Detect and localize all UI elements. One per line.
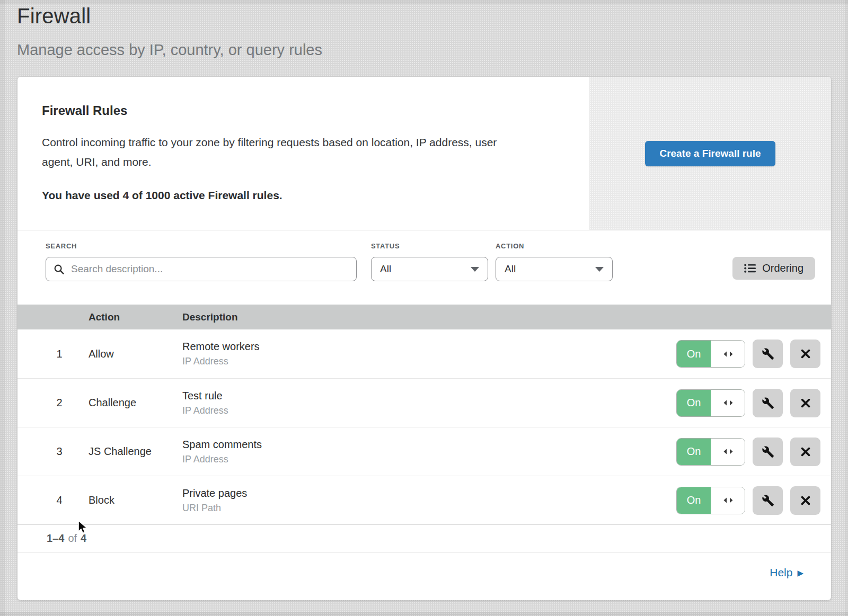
rule-priority: 2: [17, 397, 89, 409]
rule-enabled-toggle[interactable]: On: [676, 340, 745, 368]
edit-rule-button[interactable]: [753, 340, 783, 368]
rule-match-type: IP Address: [182, 356, 676, 367]
rule-description-title: Remote workers: [182, 341, 676, 353]
chevron-down-icon: [471, 267, 479, 272]
rule-match-type: IP Address: [182, 405, 676, 416]
toggle-handle-icon: [711, 439, 745, 465]
toggle-state-label: On: [677, 341, 711, 367]
column-description: Description: [182, 311, 831, 323]
right-triangle-icon: ▶: [797, 569, 803, 577]
wrench-icon: [762, 445, 774, 458]
rule-description-title: Spam comments: [182, 439, 676, 451]
toggle-handle-icon: [711, 487, 745, 514]
pagination-of: of: [68, 532, 77, 544]
rule-description: Private pages URI Path: [182, 487, 676, 514]
rule-description-title: Test rule: [182, 390, 676, 402]
rule-action: Block: [89, 494, 182, 506]
status-selected-value: All: [380, 263, 391, 275]
list-icon: [744, 263, 756, 273]
toggle-state-label: On: [677, 390, 711, 416]
table-row: 1 Allow Remote workers IP Address On: [17, 329, 831, 378]
rule-enabled-toggle[interactable]: On: [676, 487, 745, 514]
edit-rule-button[interactable]: [753, 486, 783, 515]
search-icon: [54, 264, 65, 275]
toggle-state-label: On: [677, 487, 711, 514]
rule-priority: 1: [17, 348, 89, 360]
firewall-rules-card: Firewall Rules Control incoming traffic …: [17, 77, 831, 600]
ordering-button[interactable]: Ordering: [732, 257, 815, 280]
rule-match-type: IP Address: [182, 454, 676, 465]
close-icon: [800, 397, 811, 409]
rule-enabled-toggle[interactable]: On: [676, 389, 745, 417]
ordering-button-label: Ordering: [762, 262, 803, 274]
table-row: 2 Challenge Test rule IP Address On: [17, 378, 831, 427]
rule-action: Allow: [89, 348, 182, 360]
delete-rule-button[interactable]: [790, 486, 820, 515]
pagination-total: 4: [81, 532, 86, 544]
rule-description: Remote workers IP Address: [182, 341, 676, 367]
search-filter: SEARCH: [46, 242, 357, 281]
column-action: Action: [89, 311, 182, 323]
page-title: Firewall: [17, 4, 91, 28]
card-action-panel: Create a Firewall rule: [589, 77, 831, 230]
page-subtitle: Manage access by IP, country, or query r…: [17, 41, 322, 59]
rule-priority: 3: [17, 445, 89, 458]
edit-rule-button[interactable]: [753, 389, 783, 417]
rule-enabled-toggle[interactable]: On: [676, 438, 745, 466]
rule-description: Spam comments IP Address: [182, 439, 676, 465]
rule-controls: On: [676, 486, 831, 515]
help-link-label: Help: [770, 566, 792, 579]
rule-action: JS Challenge: [89, 445, 182, 458]
card-title: Firewall Rules: [42, 103, 589, 118]
delete-rule-button[interactable]: [790, 438, 820, 466]
create-firewall-rule-button[interactable]: Create a Firewall rule: [645, 141, 775, 166]
card-description: Control incoming traffic to your zone by…: [42, 132, 519, 172]
action-selected-value: All: [505, 263, 516, 275]
help-link[interactable]: Help ▶: [770, 566, 803, 579]
pagination-bar: 1–4 of 4: [17, 524, 831, 552]
chevron-down-icon: [595, 267, 604, 272]
action-label: ACTION: [496, 242, 613, 250]
card-top-section: Firewall Rules Control incoming traffic …: [17, 77, 831, 230]
toggle-handle-icon: [711, 341, 745, 367]
action-filter: ACTION All: [496, 242, 613, 281]
edit-rule-button[interactable]: [753, 438, 783, 466]
card-footer: Help ▶: [17, 552, 831, 593]
toggle-state-label: On: [677, 439, 711, 465]
rule-controls: On: [676, 389, 831, 417]
wrench-icon: [762, 397, 774, 409]
table-header: Action Description: [17, 305, 831, 329]
rule-controls: On: [676, 340, 831, 368]
close-icon: [800, 495, 811, 506]
status-filter: STATUS All: [371, 242, 488, 281]
usage-summary: You have used 4 of 1000 active Firewall …: [42, 189, 589, 202]
rule-action: Challenge: [89, 397, 182, 409]
search-label: SEARCH: [46, 242, 357, 250]
toggle-handle-icon: [711, 390, 745, 416]
wrench-icon: [762, 494, 774, 507]
wrench-icon: [762, 347, 774, 360]
rule-match-type: URI Path: [182, 503, 676, 514]
card-intro: Firewall Rules Control incoming traffic …: [17, 77, 589, 230]
close-icon: [800, 348, 811, 360]
status-label: STATUS: [371, 242, 488, 250]
rule-description: Test rule IP Address: [182, 390, 676, 416]
action-select[interactable]: All: [496, 257, 613, 281]
close-icon: [800, 446, 811, 458]
status-select[interactable]: All: [371, 257, 488, 281]
rule-description-title: Private pages: [182, 487, 676, 499]
rule-controls: On: [676, 438, 831, 466]
table-row: 4 Block Private pages URI Path On: [17, 476, 831, 524]
rule-priority: 4: [17, 494, 89, 506]
search-input[interactable]: [70, 263, 349, 275]
delete-rule-button[interactable]: [790, 340, 820, 368]
filter-bar: SEARCH STATUS All ACTION All: [17, 230, 831, 305]
table-row: 3 JS Challenge Spam comments IP Address …: [17, 427, 831, 476]
search-box: [46, 257, 357, 281]
delete-rule-button[interactable]: [790, 389, 820, 417]
pagination-range: 1–4: [47, 532, 64, 544]
